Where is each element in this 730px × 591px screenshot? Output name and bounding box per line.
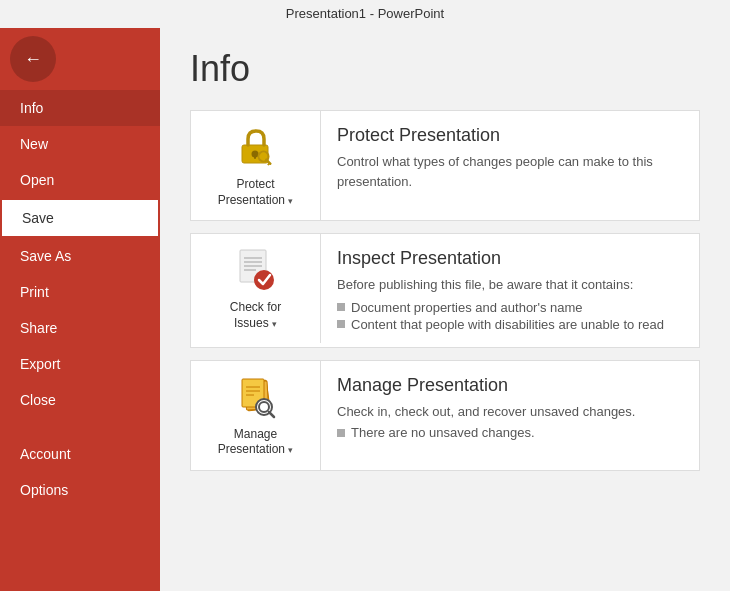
back-button[interactable]: ← [10, 36, 56, 82]
sidebar-item-account[interactable]: Account [0, 436, 160, 472]
inspect-card-label: Check for Issues ▾ [230, 300, 281, 331]
protect-card-content: Protect Presentation Control what types … [321, 111, 699, 205]
sidebar-spacer [0, 418, 160, 436]
protect-presentation-card: Protect Presentation ▾ Protect Presentat… [190, 110, 700, 221]
main-layout: ← Info New Open Save Save As Print Share [0, 28, 730, 591]
inspect-card-list: Document properties and author's name Co… [337, 299, 683, 333]
sidebar-item-options[interactable]: Options [0, 472, 160, 508]
sidebar-item-save[interactable]: Save [0, 198, 160, 238]
manage-icon [232, 373, 280, 421]
manage-card-note: There are no unsaved changes. [337, 425, 683, 440]
list-bullet-2 [337, 320, 345, 328]
manage-note-icon [337, 429, 345, 437]
manage-card-content: Manage Presentation Check in, check out,… [321, 361, 699, 455]
content-area: Info [160, 28, 730, 591]
sidebar-item-export[interactable]: Export [0, 346, 160, 382]
protect-card-desc: Control what types of changes people can… [337, 152, 683, 191]
protect-dropdown-caret: ▾ [288, 196, 293, 206]
svg-rect-2 [254, 154, 256, 159]
inspect-card-content: Inspect Presentation Before publishing t… [321, 234, 699, 347]
sidebar-nav: Info New Open Save Save As Print Share E… [0, 90, 160, 591]
manage-icon-area: Manage Presentation ▾ [191, 361, 321, 470]
manage-presentation-card: Manage Presentation ▾ Manage Presentatio… [190, 360, 700, 471]
sidebar: ← Info New Open Save Save As Print Share [0, 28, 160, 591]
manage-dropdown-caret: ▾ [288, 445, 293, 455]
manage-card-desc: Check in, check out, and recover unsaved… [337, 402, 683, 422]
inspect-card-title: Inspect Presentation [337, 248, 683, 269]
title-bar: Presentation1 - PowerPoint [0, 0, 730, 28]
window-title: Presentation1 - PowerPoint [286, 6, 444, 21]
inspect-card-desc: Before publishing this file, be aware th… [337, 275, 683, 295]
page-title: Info [190, 48, 700, 90]
sidebar-item-print[interactable]: Print [0, 274, 160, 310]
svg-point-11 [254, 270, 274, 290]
back-arrow-icon: ← [24, 49, 42, 70]
inspect-list-item-1: Document properties and author's name [337, 299, 683, 316]
protect-card-title: Protect Presentation [337, 125, 683, 146]
sidebar-item-new[interactable]: New [0, 126, 160, 162]
svg-line-20 [269, 412, 274, 417]
sidebar-item-info[interactable]: Info [0, 90, 160, 126]
sidebar-item-close[interactable]: Close [0, 382, 160, 418]
manage-card-title: Manage Presentation [337, 375, 683, 396]
protect-icon [232, 123, 280, 171]
inspect-dropdown-caret: ▾ [272, 319, 277, 329]
inspect-icon-area: Check for Issues ▾ [191, 234, 321, 343]
manage-card-label: Manage Presentation ▾ [218, 427, 294, 458]
protect-card-label: Protect Presentation ▾ [218, 177, 294, 208]
sidebar-item-share[interactable]: Share [0, 310, 160, 346]
inspect-list-item-2: Content that people with disabilities ar… [337, 316, 683, 333]
sidebar-item-open[interactable]: Open [0, 162, 160, 198]
sidebar-item-save-as[interactable]: Save As [0, 238, 160, 274]
list-bullet-1 [337, 303, 345, 311]
protect-icon-area: Protect Presentation ▾ [191, 111, 321, 220]
inspect-icon [232, 246, 280, 294]
inspect-presentation-card: Check for Issues ▾ Inspect Presentation … [190, 233, 700, 348]
